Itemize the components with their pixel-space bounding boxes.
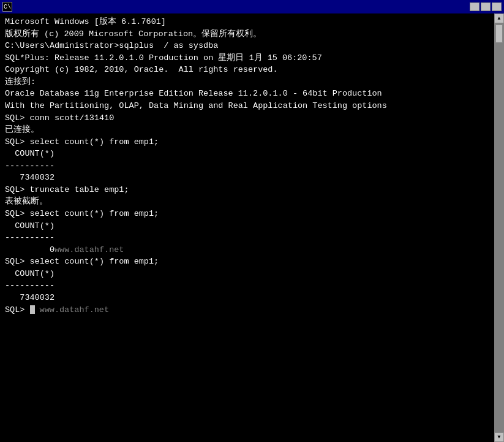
terminal-line: COUNT(*) xyxy=(5,148,487,160)
terminal-line: SQL*Plus: Release 11.2.0.1.0 Production … xyxy=(5,52,487,64)
terminal-line: 7340032 xyxy=(5,172,487,184)
title-bar: C\ xyxy=(0,0,504,13)
terminal-line: Microsoft Windows [版本 6.1.7601] xyxy=(5,16,487,28)
scroll-down-button[interactable]: ▼ xyxy=(494,432,504,442)
scrollbar[interactable]: ▲ ▼ xyxy=(494,13,504,442)
terminal-line: 0www.datahf.net xyxy=(5,244,487,256)
terminal-line: 版权所有 (c) 2009 Microsoft Corporation。保留所有… xyxy=(5,28,487,40)
terminal-line: SQL> truncate table emp1; xyxy=(5,184,487,196)
scrollbar-track xyxy=(494,23,504,432)
terminal-line: Copyright (c) 1982, 2010, Oracle. All ri… xyxy=(5,64,487,76)
terminal-line: COUNT(*) xyxy=(5,268,487,280)
terminal-line: ---------- xyxy=(5,160,487,172)
terminal: Microsoft Windows [版本 6.1.7601]版权所有 (c) … xyxy=(0,13,504,442)
terminal-line: SQL> select count(*) from emp1; xyxy=(5,208,487,220)
title-icon: C\ xyxy=(2,2,12,12)
content-area: Microsoft Windows [版本 6.1.7601]版权所有 (c) … xyxy=(5,16,499,316)
watermark-cursor-line: www.datahf.net xyxy=(35,305,110,314)
terminal-line: 表被截断。 xyxy=(5,196,487,208)
terminal-line: ---------- xyxy=(5,280,487,292)
terminal-line: COUNT(*) xyxy=(5,220,487,232)
terminal-line: SQL> select count(*) from emp1; xyxy=(5,136,487,148)
watermark: www.datahf.net xyxy=(55,245,124,254)
terminal-line: SQL> conn scott/131410 xyxy=(5,112,487,124)
terminal-line: SQL> select count(*) from emp1; xyxy=(5,256,487,268)
close-button[interactable] xyxy=(492,2,502,11)
terminal-line: Oracle Database 11g Enterprise Edition R… xyxy=(5,88,487,100)
terminal-line: C:\Users\Administrator>sqlplus / as sysd… xyxy=(5,40,487,52)
terminal-line: 7340032 xyxy=(5,292,487,304)
terminal-line: ---------- xyxy=(5,232,487,244)
scroll-up-button[interactable]: ▲ xyxy=(494,13,504,23)
terminal-line: 连接到: xyxy=(5,76,487,88)
terminal-line: SQL> www.datahf.net xyxy=(5,304,487,316)
minimize-button[interactable] xyxy=(470,2,480,11)
cursor xyxy=(30,305,35,314)
terminal-line: 已连接。 xyxy=(5,124,487,136)
maximize-button[interactable] xyxy=(481,2,491,11)
scrollbar-thumb[interactable] xyxy=(495,25,503,43)
terminal-line: With the Partitioning, OLAP, Data Mining… xyxy=(5,100,487,112)
